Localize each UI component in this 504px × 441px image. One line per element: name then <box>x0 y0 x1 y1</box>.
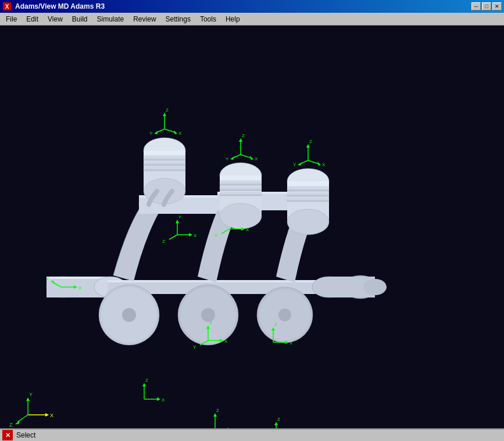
svg-rect-50 <box>287 181 329 186</box>
svg-rect-55 <box>287 193 329 195</box>
svg-text:X: X <box>50 413 53 418</box>
svg-text:Y: Y <box>149 131 153 136</box>
svg-text:X: X <box>289 340 293 346</box>
menu-view[interactable]: View <box>43 14 67 24</box>
svg-point-27 <box>363 279 387 295</box>
app-icon: X <box>2 2 12 11</box>
menu-settings[interactable]: Settings <box>161 14 195 24</box>
maximize-button[interactable]: □ <box>482 2 491 10</box>
svg-text:X: X <box>162 397 165 403</box>
svg-rect-34 <box>144 157 185 159</box>
svg-text:Z: Z <box>9 422 13 428</box>
svg-text:Z: Z <box>309 139 312 144</box>
close-button[interactable]: ✕ <box>492 2 502 10</box>
svg-point-21 <box>201 308 215 322</box>
svg-point-24 <box>278 309 291 321</box>
status-label: Select <box>16 431 35 439</box>
model-viewport-svg: Z X Y Z X Y Z X Y <box>0 26 504 428</box>
svg-rect-30 <box>144 150 185 155</box>
svg-text:Y: Y <box>29 392 33 397</box>
svg-rect-46 <box>220 193 262 194</box>
svg-rect-45 <box>220 188 262 189</box>
svg-text:Z: Z <box>242 133 245 138</box>
svg-text:Y: Y <box>46 276 49 281</box>
menu-build[interactable]: Build <box>67 14 92 24</box>
svg-rect-56 <box>287 199 329 200</box>
svg-text:X: X <box>322 162 326 167</box>
minimize-button[interactable]: ─ <box>471 2 481 10</box>
svg-text:X: X <box>5 3 9 10</box>
svg-text:✕: ✕ <box>5 432 10 439</box>
svg-text:X: X <box>178 131 182 136</box>
svg-text:X: X <box>246 227 249 232</box>
svg-text:X: X <box>78 285 82 291</box>
menu-simulate[interactable]: Simulate <box>92 14 129 24</box>
svg-text:Z: Z <box>209 320 212 325</box>
menu-help[interactable]: Help <box>221 14 245 24</box>
svg-rect-8 <box>108 280 328 282</box>
svg-text:X: X <box>224 339 228 344</box>
svg-text:X: X <box>194 233 197 238</box>
svg-text:Z: Z <box>166 107 169 113</box>
svg-text:Y: Y <box>178 214 182 220</box>
svg-text:Z: Z <box>274 322 277 327</box>
svg-text:Z: Z <box>145 378 148 383</box>
svg-text:X: X <box>255 156 258 162</box>
svg-text:Z: Z <box>216 408 219 413</box>
svg-point-47 <box>220 203 262 229</box>
svg-rect-36 <box>144 168 185 169</box>
svg-text:X: X <box>233 428 236 428</box>
svg-text:Z: Z <box>277 417 280 422</box>
svg-text:Y: Y <box>193 345 196 350</box>
svg-text:Y: Y <box>215 233 218 238</box>
menu-file[interactable]: File <box>1 14 22 24</box>
svg-point-57 <box>287 209 329 235</box>
title-bar-left: X Adams/View MD Adams R3 <box>2 2 105 11</box>
select-mode-icon: ✕ <box>2 430 13 440</box>
svg-text:Y: Y <box>226 156 229 162</box>
svg-point-18 <box>122 308 136 322</box>
menu-tools[interactable]: Tools <box>195 14 221 24</box>
svg-rect-44 <box>220 182 262 184</box>
viewport[interactable]: MPRO_model <box>0 26 504 428</box>
menu-edit[interactable]: Edit <box>22 14 43 24</box>
svg-rect-40 <box>220 175 262 180</box>
svg-rect-35 <box>144 163 185 164</box>
window-title: Adams/View MD Adams R3 <box>15 2 105 10</box>
svg-text:Y: Y <box>293 162 296 167</box>
svg-text:Z: Z <box>162 239 165 244</box>
title-bar-controls: ─ □ ✕ <box>471 2 502 10</box>
status-bar: ✕ Select <box>0 428 504 441</box>
menu-review[interactable]: Review <box>128 14 160 24</box>
title-bar: X Adams/View MD Adams R3 ─ □ ✕ <box>0 0 504 13</box>
menu-bar: File Edit View Build Simulate Review Set… <box>0 13 504 26</box>
svg-rect-54 <box>287 188 329 189</box>
